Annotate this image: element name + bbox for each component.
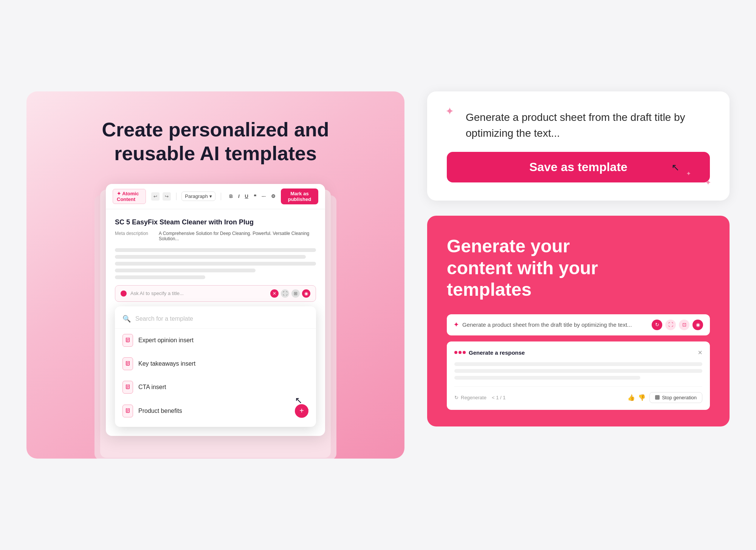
search-placeholder-text: Search for a template (135, 315, 193, 322)
stop-generation-button[interactable]: Stop generation (649, 392, 702, 403)
content-line (115, 275, 205, 279)
editor-stack: ✦ Atomic Content ↩ ↪ Paragraph ▾ B I U (106, 184, 325, 436)
meta-description-row: Meta description A Comprehensive Solutio… (115, 231, 316, 241)
save-as-template-button[interactable]: Save as template (447, 152, 710, 182)
ai-input-placeholder: Ask AI to specify a title... (130, 290, 266, 296)
meta-label: Meta description (115, 231, 153, 236)
generate-expand-icon[interactable]: ⛶ (665, 320, 676, 330)
response-line (454, 369, 702, 373)
main-heading: Create personalized and reusable AI temp… (49, 118, 382, 165)
save-template-card: ✦ Generate a product sheet from the draf… (427, 91, 730, 201)
right-panel: ✦ Generate a product sheet from the draf… (427, 91, 730, 426)
response-close-button[interactable]: × (698, 348, 702, 357)
response-loading-dots (454, 351, 466, 354)
toolbar-history-icons: ↩ ↪ (151, 192, 171, 201)
sparkle-icon: ✦ (304, 406, 309, 413)
meta-value: A Comprehensive Solution for Deep Cleani… (159, 231, 316, 241)
ai-input-dot (121, 290, 127, 297)
template-doc-icon (122, 381, 133, 394)
response-content-lines (454, 362, 702, 380)
generate-response-box: Generate a response × ↻ Regenerate < 1 /… (447, 341, 710, 410)
generate-prompt-text: Generate a product sheet from the draft … (462, 321, 648, 328)
content-line (115, 269, 256, 272)
more-icon[interactable]: ··· (260, 193, 267, 200)
template-item-cta[interactable]: CTA insert (115, 375, 316, 399)
template-doc-icon (122, 334, 133, 347)
atomic-content-badge: ✦ Atomic Content (113, 189, 146, 204)
generate-prompt-icons: ↻ ⛶ ⊡ ◉ (652, 320, 703, 330)
content-line (115, 262, 316, 266)
template-item-label: CTA insert (138, 384, 166, 391)
response-footer: ↻ Regenerate < 1 / 1 👍 👎 Stop generation (454, 386, 702, 403)
template-item-takeaways[interactable]: Key takeaways insert (115, 352, 316, 375)
template-item-expert[interactable]: Expert opinion insert (115, 329, 316, 352)
generate-card-heading: Generate your content with your template… (447, 235, 710, 301)
template-prompt-text: Generate a product sheet from the draft … (447, 110, 710, 141)
document-title: SC 5 EasyFix Steam Cleaner with Iron Plu… (115, 218, 316, 226)
regenerate-btn[interactable]: ↻ Regenerate (454, 395, 486, 400)
ai-grid-icon[interactable]: ⊞ (291, 289, 300, 298)
editor-toolbar: ✦ Atomic Content ↩ ↪ Paragraph ▾ B I U (106, 184, 325, 209)
response-title-row: Generate a response (454, 349, 525, 356)
content-line (115, 248, 316, 252)
format-icons: B I U ❝ ··· ⚙ (228, 193, 277, 200)
response-title-text: Generate a response (469, 349, 525, 356)
generate-action-icon[interactable]: ◉ (692, 320, 703, 330)
toolbar-divider-2 (221, 193, 221, 200)
dot-2 (459, 351, 462, 354)
italic-icon[interactable]: I (237, 193, 241, 200)
ai-action-icon[interactable]: ◉ (302, 289, 310, 298)
generate-content-card: Generate your content with your template… (427, 216, 730, 426)
editor-content-lines (115, 248, 316, 279)
main-container: Create personalized and reusable AI temp… (26, 91, 730, 459)
response-counter: < 1 / 1 (492, 395, 506, 400)
template-item-label: Key takeaways insert (138, 360, 195, 367)
editor-content: SC 5 EasyFix Steam Cleaner with Iron Plu… (106, 209, 325, 279)
sparkle-top-icon: ✦ (445, 105, 454, 117)
template-item-label: Expert opinion insert (138, 337, 194, 344)
toolbar-divider-1 (176, 193, 177, 200)
template-doc-icon (122, 405, 133, 417)
response-line (454, 362, 702, 366)
stop-icon (655, 395, 660, 400)
template-item-label: Product benefits (138, 408, 182, 414)
cursor-arrow: ↖ (295, 395, 302, 406)
template-item-product-benefits[interactable]: Product benefits + (115, 399, 316, 423)
chevron-down-icon: ▾ (209, 193, 212, 199)
ai-expand-icon[interactable]: ⛶ (281, 289, 289, 298)
paragraph-selector[interactable]: Paragraph ▾ (181, 192, 215, 201)
thumbs-down-icon[interactable]: 👎 (638, 394, 646, 401)
ai-input-action-icons: ✕ ⛶ ⊞ ◉ (270, 289, 310, 298)
dot-3 (463, 351, 466, 354)
sparkle-bottom-icon: ✦ (705, 178, 711, 187)
dot-1 (454, 351, 457, 354)
ai-close-icon[interactable]: ✕ (270, 289, 279, 298)
search-icon: 🔍 (122, 315, 131, 323)
generate-prompt-bar[interactable]: ✦ Generate a product sheet from the draf… (447, 314, 710, 335)
underline-icon[interactable]: U (243, 193, 250, 200)
settings-icon[interactable]: ⚙ (270, 193, 277, 200)
cursor-icon: ↖ (671, 162, 680, 173)
generate-refresh-icon[interactable]: ↻ (652, 320, 662, 330)
prompt-dot-icon: ✦ (454, 321, 459, 328)
editor-card: ✦ Atomic Content ↩ ↪ Paragraph ▾ B I U (106, 184, 325, 436)
response-header: Generate a response × (454, 348, 702, 357)
response-line (454, 376, 640, 380)
sparkle-btn-icon: ✦ (686, 170, 691, 177)
dropdown-search[interactable]: 🔍 Search for a template (115, 310, 316, 329)
bold-icon[interactable]: B (228, 193, 234, 200)
thumbs-up-icon[interactable]: 👍 (627, 394, 635, 401)
response-vote-icons: 👍 👎 (627, 394, 646, 401)
content-line (115, 255, 306, 259)
left-panel: Create personalized and reusable AI temp… (26, 91, 404, 459)
quote-icon[interactable]: ❝ (252, 193, 258, 200)
template-dropdown: 🔍 Search for a template Expert opinion i… (115, 306, 316, 427)
generate-copy-icon[interactable]: ⊡ (679, 320, 689, 330)
regenerate-icon: ↻ (454, 395, 459, 400)
redo-icon[interactable]: ↪ (163, 192, 171, 201)
publish-button[interactable]: Mark as published (281, 188, 318, 204)
template-doc-icon (122, 357, 133, 370)
ai-input-bar[interactable]: Ask AI to specify a title... ✕ ⛶ ⊞ ◉ (115, 285, 316, 302)
undo-icon[interactable]: ↩ (151, 192, 160, 201)
